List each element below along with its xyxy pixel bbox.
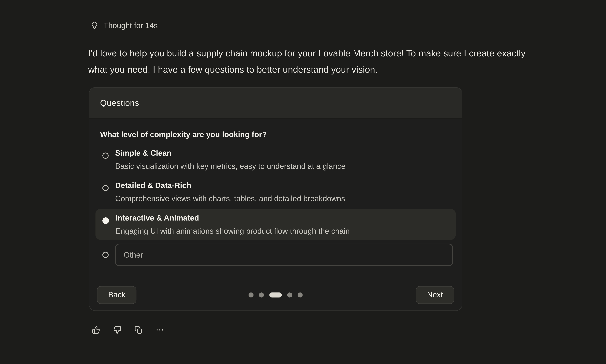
card-body: What level of complexity are you looking…: [89, 130, 462, 272]
option-interactive-animated[interactable]: Interactive & Animated Engaging UI with …: [95, 209, 456, 240]
thought-label: Thought for 14s: [104, 21, 158, 30]
pagination-dot: [259, 292, 264, 298]
chat-screen: Thought for 14s I'd love to help you bui…: [0, 0, 606, 364]
option-label: Interactive & Animated: [116, 211, 449, 224]
thumbs-up-button[interactable]: [92, 325, 100, 335]
copy-button[interactable]: [134, 325, 143, 335]
option-label: Simple & Clean: [115, 146, 449, 159]
pagination-dot: [248, 292, 254, 298]
other-input[interactable]: [115, 244, 453, 266]
pagination-dot: [297, 292, 303, 298]
pagination-dots: [248, 292, 302, 298]
radio-selected-icon[interactable]: [102, 217, 109, 224]
card-title: Questions: [100, 98, 139, 108]
option-description: Basic visualization with key metrics, ea…: [115, 159, 449, 173]
stage: Thought for 14s I'd love to help you bui…: [0, 0, 606, 364]
more-options-icon: [155, 326, 164, 334]
option-description: Engaging UI with animations showing prod…: [116, 224, 449, 237]
back-button[interactable]: Back: [97, 286, 137, 304]
pagination-dot-active: [269, 292, 282, 298]
radio-unselected-icon[interactable]: [102, 185, 109, 191]
option-detailed-data-rich[interactable]: Detailed & Data-Rich Comprehensive views…: [95, 176, 456, 207]
option-description: Comprehensive views with charts, tables,…: [115, 192, 449, 205]
message-actions: [92, 325, 164, 335]
card-footer: Back Next: [89, 279, 462, 311]
thumbs-down-icon: [113, 326, 121, 334]
copy-icon: [134, 326, 142, 334]
pagination-dot: [287, 292, 292, 298]
question-text: What level of complexity are you looking…: [100, 130, 451, 139]
option-other[interactable]: [95, 241, 456, 272]
radio-unselected-icon[interactable]: [102, 252, 109, 258]
lightbulb-icon: [90, 21, 98, 30]
thumbs-up-icon: [92, 326, 100, 334]
thought-disclosure[interactable]: Thought for 14s: [90, 21, 158, 30]
radio-unselected-icon[interactable]: [102, 153, 109, 159]
thumbs-down-button[interactable]: [113, 325, 121, 335]
option-simple-clean[interactable]: Simple & Clean Basic visualization with …: [95, 144, 456, 175]
options-list: Simple & Clean Basic visualization with …: [95, 144, 456, 272]
more-options-button[interactable]: [155, 325, 164, 335]
assistant-message: I'd love to help you build a supply chai…: [88, 45, 546, 78]
next-button[interactable]: Next: [416, 286, 454, 304]
card-header: Questions: [89, 88, 462, 119]
option-label: Detailed & Data-Rich: [115, 179, 449, 192]
questions-card: Questions What level of complexity are y…: [89, 87, 462, 311]
